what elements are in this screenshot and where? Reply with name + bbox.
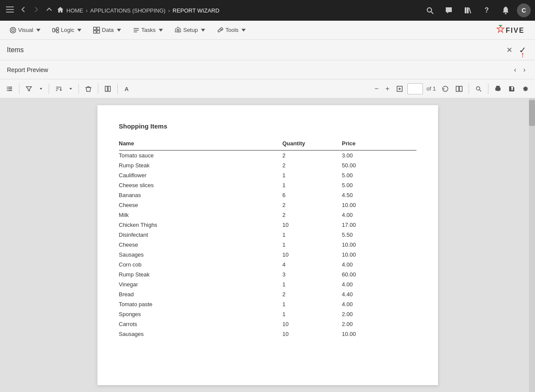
nav-item-data[interactable]: Data (89, 24, 126, 36)
toolbar-search-btn[interactable] (472, 84, 485, 94)
page-total: of 1 (426, 85, 436, 92)
cell-name: Disinfectant (119, 230, 283, 240)
cell-price: 2.00 (342, 319, 416, 329)
search-button[interactable] (422, 3, 438, 18)
nav-item-tasks[interactable]: Tasks (128, 24, 169, 36)
cell-name: Bananas (119, 190, 283, 200)
cell-quantity: 1 (282, 180, 342, 190)
svg-point-7 (505, 13, 507, 14)
svg-line-4 (431, 12, 433, 14)
toolbar-right (472, 84, 532, 94)
svg-rect-2 (6, 12, 14, 13)
scrollbar-track[interactable] (529, 98, 535, 392)
toolbar-split-btn[interactable] (453, 84, 465, 94)
breadcrumb-home[interactable]: HOME (66, 7, 83, 14)
close-button[interactable]: × (505, 43, 514, 57)
toolbar-list-btn[interactable] (3, 84, 16, 94)
table-row: Corn cob 4 4.00 (119, 260, 416, 270)
svg-line-40 (480, 90, 482, 91)
toolbar-sep2 (49, 84, 49, 94)
toolbar-sep3 (78, 84, 79, 94)
cell-name: Carrots (119, 319, 283, 329)
help-button[interactable]: ? (479, 3, 494, 18)
svg-rect-27 (7, 88, 8, 89)
toolbar-clear-btn[interactable] (82, 84, 94, 94)
toolbar-view-btn[interactable] (102, 84, 114, 94)
table-row: Sausages 10 10.00 (119, 329, 416, 339)
svg-point-9 (10, 27, 16, 33)
cell-quantity: 2 (282, 289, 342, 299)
toolbar-save-btn[interactable] (506, 84, 518, 94)
cell-price: 4.50 (342, 190, 416, 200)
table-row: Rump Steak 3 60.00 (119, 270, 416, 279)
cell-quantity: 1 (282, 240, 342, 250)
table-row: Milk 2 4.00 (119, 210, 416, 220)
user-avatar[interactable]: C (517, 3, 531, 17)
notification-button[interactable] (498, 3, 513, 18)
svg-rect-38 (460, 86, 462, 91)
svg-text:FIVE: FIVE (506, 27, 525, 34)
cell-name: Milk (119, 210, 283, 220)
toolbar-refresh-btn[interactable] (439, 84, 451, 94)
toolbar-settings-btn[interactable] (519, 84, 532, 94)
breadcrumb-app[interactable]: APPLICATIONS (SHOPPING) (90, 7, 166, 14)
col-header-price: Price (342, 138, 416, 151)
col-header-quantity: Quantity (282, 138, 342, 151)
svg-rect-1 (6, 9, 14, 10)
table-row: Cauliflower 1 5.00 (119, 170, 416, 180)
table-row: Sausages 10 10.00 (119, 250, 416, 260)
report-next-button[interactable]: › (521, 64, 528, 75)
cell-name: Cheese (119, 240, 283, 250)
table-row: Cheese slices 1 5.00 (119, 180, 416, 190)
nav-label-visual: Visual (18, 27, 33, 33)
nav-item-logic[interactable]: Logic (48, 24, 87, 36)
cell-price: 4.00 (342, 260, 416, 270)
back-icon[interactable] (18, 4, 28, 16)
toolbar-zoom-in-btn[interactable]: + (383, 83, 392, 94)
toolbar-fit-btn[interactable] (394, 84, 406, 94)
cell-name: Cauliflower (119, 170, 283, 180)
report-prev-button[interactable]: ‹ (511, 64, 519, 75)
cell-quantity: 1 (282, 230, 342, 240)
cell-name: Corn cob (119, 260, 283, 270)
top-bar-right: ? C (422, 3, 531, 18)
svg-rect-18 (97, 31, 100, 33)
toolbar-text-btn[interactable]: A (121, 84, 133, 94)
toolbar-sort-down-btn[interactable] (66, 85, 75, 92)
report-toolbar: A − + 1 of 1 (0, 79, 535, 98)
forward-icon[interactable] (31, 4, 41, 16)
up-icon[interactable] (44, 4, 54, 16)
scrollbar-thumb[interactable] (529, 100, 535, 126)
nav-item-setup[interactable]: Setup (170, 24, 211, 36)
cell-price: 10.00 (342, 329, 416, 339)
chat-button[interactable] (441, 3, 457, 18)
page-number-input[interactable]: 1 (407, 83, 423, 94)
cell-quantity: 1 (282, 170, 342, 180)
svg-rect-31 (105, 86, 107, 91)
home-icon (57, 6, 64, 15)
cell-name: Sausages (119, 329, 283, 339)
breadcrumb-page[interactable]: REPORT WIZARD (172, 7, 219, 14)
cell-name: Tomato sauce (119, 151, 283, 161)
items-title: Items (7, 46, 24, 54)
books-button[interactable] (460, 3, 476, 18)
toolbar-zoom-out-btn[interactable]: − (372, 83, 381, 94)
nav-item-visual[interactable]: Visual (5, 24, 46, 36)
toolbar-sep5 (117, 84, 118, 94)
toolbar-sort-btn[interactable] (53, 84, 65, 94)
menu-icon[interactable] (4, 5, 16, 16)
toolbar-filter-down-btn[interactable] (37, 85, 45, 92)
cell-name: Vinegar (119, 279, 283, 289)
svg-rect-11 (56, 28, 59, 30)
cell-quantity: 1 (282, 299, 342, 309)
report-preview-title: Report Preview (7, 66, 48, 73)
toolbar-filter-btn[interactable] (23, 84, 35, 94)
toolbar-sep7 (488, 84, 488, 94)
toolbar-print-btn[interactable] (492, 84, 504, 94)
svg-rect-5 (465, 7, 466, 13)
svg-point-3 (427, 8, 432, 12)
svg-rect-10 (53, 28, 55, 32)
report-table: Name Quantity Price Tomato sauce 2 3.00 … (119, 138, 416, 339)
table-row: Tomato sauce 2 3.00 (119, 151, 416, 161)
nav-item-tools[interactable]: Tools (213, 24, 251, 36)
